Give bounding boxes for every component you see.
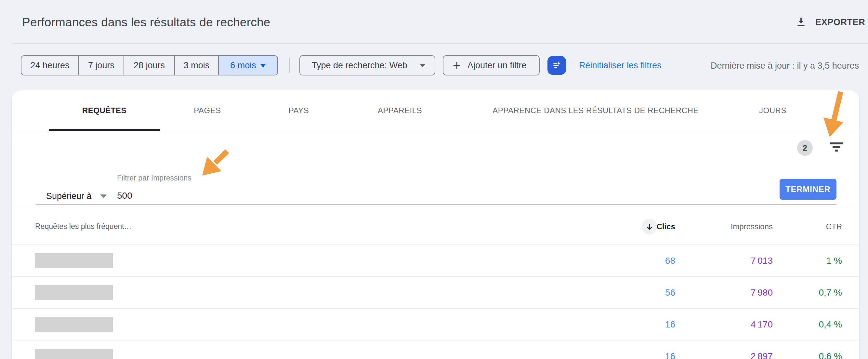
table-row[interactable]: 56 7 980 0,7 %	[12, 277, 859, 308]
ctr-value: 0,4 %	[818, 308, 842, 340]
download-icon	[795, 16, 807, 28]
filter-sparkle-icon	[551, 60, 562, 71]
table-row[interactable]: 68 7 013 1 %	[12, 245, 859, 277]
tab-apparence[interactable]: APPARENCE DANS LES RÉSULTATS DE RECHERCH…	[493, 90, 699, 131]
active-filter-count-badge: 2	[797, 140, 813, 156]
clics-value: 56	[665, 277, 675, 308]
ctr-column-header[interactable]: CTR	[826, 208, 842, 245]
reset-filters-link[interactable]: Réinitialiser les filtres	[579, 60, 661, 70]
table-row[interactable]: 16 2 897 0,6 %	[12, 340, 859, 359]
filter-value-input[interactable]: 500	[117, 190, 132, 201]
filter-operator-dropdown[interactable]: Supérieur à	[46, 191, 106, 201]
impressions-column-header[interactable]: Impressions	[731, 208, 773, 245]
ctr-value: 0,6 %	[818, 340, 842, 359]
impressions-value: 4 170	[751, 308, 773, 340]
export-button[interactable]: EXPORTER	[795, 16, 865, 28]
filter-bar-divider	[289, 58, 290, 73]
clics-value: 16	[665, 340, 675, 359]
date-range-3m[interactable]: 3 mois	[175, 56, 219, 75]
chevron-down-icon	[260, 64, 266, 67]
redacted-query-cell	[35, 285, 113, 300]
impressions-value: 2 897	[751, 340, 773, 359]
sort-indicator[interactable]	[642, 219, 657, 235]
table-row[interactable]: 16 4 170 0,4 %	[12, 308, 859, 340]
clics-value: 68	[665, 245, 675, 276]
clics-column-header[interactable]: Clics	[657, 208, 675, 245]
tab-appareils[interactable]: APPAREILS	[378, 90, 422, 131]
filter-input-underline	[36, 204, 836, 205]
export-label: EXPORTER	[815, 17, 865, 27]
filter-field-label: Filtrer par Impressions	[117, 174, 191, 182]
smart-filter-button[interactable]	[548, 56, 566, 75]
date-range-24h[interactable]: 24 heures	[22, 56, 79, 75]
tab-requetes[interactable]: REQUÊTES	[82, 90, 126, 131]
tab-pays[interactable]: PAYS	[289, 90, 309, 131]
redacted-query-cell	[35, 317, 113, 332]
dimension-tabs: REQUÊTES PAGES PAYS APPAREILS APPARENCE …	[12, 90, 859, 131]
table-header-row: Requêtes les plus fréquent… Clics Impres…	[12, 208, 859, 245]
date-range-28d[interactable]: 28 jours	[124, 56, 175, 75]
redacted-query-cell	[35, 349, 113, 359]
add-filter-button[interactable]: Ajouter un filtre	[443, 55, 540, 76]
impressions-value: 7 980	[751, 277, 773, 308]
ctr-value: 0,7 %	[818, 277, 842, 308]
search-type-dropdown[interactable]: Type de recherche: Web	[300, 55, 435, 76]
date-range-segmented-control: 24 heures 7 jours 28 jours 3 mois 6 mois	[21, 55, 278, 76]
performance-card: REQUÊTES PAGES PAYS APPAREILS APPARENCE …	[12, 90, 859, 359]
redacted-query-cell	[35, 253, 113, 268]
clics-value: 16	[665, 308, 675, 340]
date-range-7d[interactable]: 7 jours	[79, 56, 124, 75]
ctr-value: 1 %	[827, 245, 842, 276]
chevron-down-icon	[100, 195, 106, 198]
active-tab-underline	[49, 129, 160, 131]
last-update-text: Dernière mise à jour : il y a 3,5 heures	[711, 61, 859, 71]
query-column-header: Requêtes les plus fréquent…	[35, 208, 132, 245]
done-button[interactable]: TERMINER	[780, 179, 836, 200]
arrow-down-icon	[645, 222, 654, 231]
impressions-value: 7 013	[751, 245, 773, 276]
table-filter-icon[interactable]	[830, 143, 843, 153]
chevron-down-icon	[420, 64, 426, 67]
header-divider	[12, 43, 868, 43]
page-title: Performances dans les résultats de reche…	[22, 16, 271, 29]
tab-pages[interactable]: PAGES	[194, 90, 221, 131]
plus-icon	[452, 60, 462, 70]
tab-jours[interactable]: JOURS	[759, 90, 786, 131]
date-range-6m-selected[interactable]: 6 mois	[219, 56, 277, 75]
